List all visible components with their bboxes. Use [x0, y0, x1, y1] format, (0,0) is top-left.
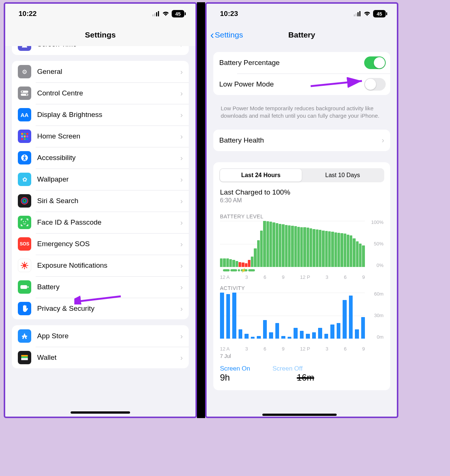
svg-point-22 — [23, 221, 24, 222]
ylabel: 0% — [376, 263, 383, 268]
section-store: App Store › Wallet › — [12, 325, 189, 368]
svg-point-20 — [22, 199, 27, 203]
segment-24h[interactable]: Last 24 Hours — [220, 169, 302, 182]
status-time: 10:23 — [220, 10, 238, 18]
row-battery-percentage[interactable]: Battery Percentage — [213, 52, 390, 74]
settings-scroll[interactable]: Screen Time › ⚙︎ General › Control Centr… — [5, 46, 195, 417]
row-label: Control Centre — [37, 89, 180, 97]
sos-icon: SOS — [18, 237, 31, 251]
screen-off-value: 16m — [297, 372, 314, 383]
ylabel: 100% — [371, 219, 383, 225]
grid-icon — [18, 130, 31, 143]
segment-10d[interactable]: Last 10 Days — [302, 169, 383, 182]
screen-on-value: 9h — [220, 372, 230, 383]
row-emergency-sos[interactable]: SOS Emergency SOS › — [12, 233, 189, 255]
row-low-power-mode[interactable]: Low Power Mode — [213, 74, 390, 95]
svg-rect-37 — [21, 356, 28, 358]
face-icon — [18, 216, 31, 229]
row-app-store[interactable]: App Store › — [12, 325, 189, 347]
svg-point-23 — [25, 221, 26, 222]
row-general[interactable]: ⚙︎ General › — [12, 61, 189, 82]
gear-icon: ⚙︎ — [18, 65, 31, 78]
row-privacy[interactable]: Privacy & Security › — [12, 298, 189, 319]
signal-icon — [354, 11, 361, 16]
toggle-low-power-mode[interactable] — [364, 78, 386, 91]
figure-icon — [18, 151, 31, 164]
section-toggles: Battery Percentage Low Power Mode — [213, 52, 390, 95]
row-label: General — [37, 68, 180, 76]
chevron-right-icon: › — [180, 175, 183, 184]
segment-control[interactable]: Last 24 Hours Last 10 Days — [219, 168, 384, 182]
row-display-brightness[interactable]: AA Display & Brightness › — [12, 104, 189, 125]
row-wallet[interactable]: Wallet › — [12, 347, 189, 368]
chart-activity: 60m 30m 0m — [213, 293, 390, 344]
chevron-right-icon: › — [180, 89, 183, 98]
svg-rect-14 — [21, 138, 23, 140]
status-bar: 10:22 45 — [5, 4, 195, 24]
redaction-bar — [262, 414, 337, 416]
row-label: Battery — [37, 283, 180, 291]
battery-scroll[interactable]: Battery Percentage Low Power Mode Low Po… — [207, 46, 397, 417]
row-label: Battery Health — [219, 136, 382, 144]
row-face-id[interactable]: Face ID & Passcode › — [12, 212, 189, 233]
screen-on-label: Screen On — [220, 365, 250, 372]
row-wallpaper[interactable]: ✿ Wallpaper › — [12, 169, 189, 190]
row-accessibility[interactable]: Accessibility › — [12, 147, 189, 169]
chevron-right-icon: › — [180, 154, 183, 162]
svg-rect-3 — [158, 11, 159, 16]
screen-off-label: Screen Off — [272, 365, 302, 372]
ylabel: 30m — [374, 313, 383, 318]
x-axis: 12 A36912 P369 — [213, 272, 390, 280]
svg-line-31 — [26, 263, 27, 264]
row-label: Battery Percentage — [219, 59, 364, 67]
status-bar: 10:23 45 — [207, 4, 397, 24]
ylabel: 0m — [377, 334, 383, 340]
last-charged-label: Last Charged to 100% — [213, 187, 390, 196]
flower-icon: ✿ — [18, 173, 31, 186]
toggle-battery-percentage[interactable] — [364, 56, 386, 69]
row-battery[interactable]: Battery › — [12, 276, 189, 298]
svg-rect-0 — [152, 14, 153, 16]
svg-point-24 — [23, 264, 26, 267]
bolt-icon: ⚡ — [241, 269, 247, 271]
ylabel: 50% — [374, 241, 383, 247]
battery-pill: 45 — [172, 10, 184, 17]
chevron-right-icon: › — [180, 197, 183, 205]
svg-rect-15 — [24, 138, 26, 140]
chevron-left-icon: ‹ — [210, 29, 214, 40]
chevron-right-icon: › — [180, 68, 183, 76]
row-label: Emergency SOS — [37, 240, 180, 248]
svg-rect-42 — [359, 11, 360, 16]
row-screen-time[interactable]: Screen Time › — [12, 46, 189, 55]
row-label: Wallet — [37, 353, 180, 362]
back-label: Settings — [215, 30, 243, 39]
row-label: Display & Brightness — [37, 111, 180, 119]
wallet-icon — [18, 351, 31, 364]
svg-rect-8 — [21, 133, 23, 135]
appstore-icon — [18, 329, 31, 343]
row-battery-health[interactable]: Battery Health › — [213, 130, 390, 151]
chevron-right-icon: › — [180, 332, 183, 340]
back-button[interactable]: ‹ Settings — [210, 24, 243, 46]
svg-point-7 — [26, 94, 27, 95]
section-health: Battery Health › — [213, 130, 390, 151]
page-title: Battery — [288, 30, 315, 39]
wifi-icon — [363, 11, 371, 16]
phone-settings: 10:22 45 Settings Screen Time › — [4, 2, 197, 418]
ylabel: 60m — [374, 291, 383, 297]
home-indicator[interactable] — [71, 411, 130, 414]
row-control-centre[interactable]: Control Centre › — [12, 82, 189, 104]
battery-pill: 45 — [373, 10, 386, 17]
signal-icon — [152, 11, 160, 16]
row-siri-search[interactable]: Siri & Search › — [12, 190, 189, 212]
svg-line-32 — [22, 267, 23, 268]
row-label: Face ID & Passcode — [37, 218, 180, 226]
row-label: Exposure Notifications — [37, 261, 180, 270]
battery-icon — [18, 280, 31, 294]
row-home-screen[interactable]: Home Screen › — [12, 125, 189, 147]
chevron-right-icon: › — [180, 261, 183, 270]
chevron-right-icon: › — [180, 111, 183, 119]
row-exposure[interactable]: Exposure Notifications › — [12, 255, 189, 276]
svg-rect-16 — [26, 138, 28, 140]
virus-icon — [18, 259, 31, 272]
